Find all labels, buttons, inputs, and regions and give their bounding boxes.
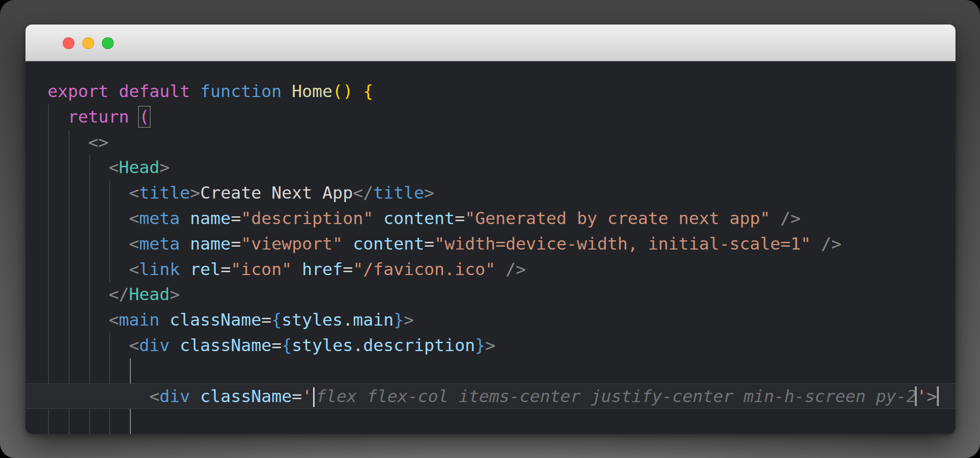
code-token — [48, 208, 129, 228]
code-token: = — [271, 335, 282, 355]
close-button[interactable] — [63, 37, 74, 49]
code-token: . — [353, 335, 363, 355]
code-token: { — [353, 81, 373, 101]
code-token: < — [129, 259, 139, 279]
code-token: div — [139, 335, 180, 355]
minimize-button[interactable] — [82, 37, 94, 49]
code-token: { — [282, 335, 292, 355]
code-token — [48, 284, 109, 304]
code-token: < — [109, 310, 119, 330]
code-token: Head — [119, 157, 159, 177]
code-token: styles — [292, 335, 353, 355]
code-token: < — [129, 335, 139, 355]
code-token: "Generated by create next app" — [465, 208, 770, 228]
code-line: <main className={styles.main}> — [25, 307, 956, 333]
code-token: /> — [811, 234, 841, 254]
code-token — [292, 259, 302, 279]
code-token: = — [231, 234, 241, 254]
code-token: </ — [109, 284, 129, 304]
code-token: > — [190, 183, 200, 203]
code-token — [373, 208, 384, 228]
code-token: meta — [139, 208, 190, 228]
code-token: /> — [770, 208, 801, 228]
code-token: > — [927, 386, 937, 406]
code-line: <> — [25, 130, 956, 155]
code-token: "width=device-width, initial-scale=1" — [434, 234, 811, 254]
code-line: <meta name="viewport" content="width=dev… — [25, 231, 956, 257]
code-line: return ( — [25, 104, 956, 130]
code-token — [48, 157, 109, 177]
code-token: ( — [139, 107, 149, 127]
code-token: Home — [292, 81, 333, 101]
code-token: rel — [190, 259, 220, 279]
code-token: < — [129, 208, 139, 228]
code-line — [25, 358, 956, 384]
code-token: ' — [302, 386, 312, 406]
code-token: link — [139, 259, 190, 279]
code-token: > — [404, 310, 414, 330]
zoom-button[interactable] — [102, 37, 114, 49]
code-line — [25, 409, 956, 434]
code-token: = — [292, 386, 302, 406]
code-token: "description" — [241, 208, 373, 228]
code-token: name — [190, 234, 231, 254]
code-token — [48, 183, 129, 203]
code-token: } — [393, 310, 404, 330]
code-token: = — [220, 259, 231, 279]
code-token: < — [149, 386, 160, 406]
code-token: meta — [139, 234, 190, 254]
code-lines: export default function Home() { return … — [25, 79, 956, 434]
code-token: > — [485, 335, 495, 355]
code-token — [48, 132, 88, 152]
code-token: "/favicon.ico" — [353, 259, 495, 279]
code-token: = — [261, 310, 271, 330]
editor-area[interactable]: export default function Home() { return … — [25, 61, 956, 434]
code-line: <div className={styles.description}> — [25, 333, 956, 358]
code-token: function — [200, 81, 292, 101]
title-bar[interactable] — [25, 25, 956, 61]
code-line: <Head> — [25, 155, 956, 180]
code-token: { — [271, 310, 282, 330]
code-token: = — [231, 208, 241, 228]
code-token: default — [119, 81, 200, 101]
code-token — [48, 335, 129, 355]
code-token: = — [424, 234, 435, 254]
code-token: content — [384, 208, 455, 228]
code-token: } — [475, 335, 485, 355]
code-token: ' — [917, 386, 927, 406]
code-token: content — [353, 234, 424, 254]
code-token: < — [129, 183, 139, 203]
code-token: href — [302, 259, 343, 279]
code-editor-window: export default function Home() { return … — [25, 25, 956, 434]
code-token — [48, 310, 109, 330]
code-token: div — [160, 386, 200, 406]
code-token: return — [68, 107, 139, 127]
code-token: </ — [353, 183, 373, 203]
code-token: export — [48, 81, 119, 101]
code-token — [48, 107, 68, 127]
code-line: <title>Create Next App</title> — [25, 180, 956, 206]
code-token: < — [129, 234, 139, 254]
code-token — [48, 386, 149, 406]
code-token: > — [160, 157, 170, 177]
code-token: > — [170, 284, 180, 304]
code-token: className — [200, 386, 292, 406]
code-line: </Head> — [25, 282, 956, 307]
code-line: <meta name="description" content="Genera… — [25, 206, 956, 231]
code-line: <link rel="icon" href="/favicon.ico" /> — [25, 257, 956, 282]
code-token: = — [455, 208, 465, 228]
code-token: /> — [495, 259, 526, 279]
code-token: Create Next App — [200, 183, 353, 203]
code-token: main — [119, 310, 170, 330]
inline-suggestion-text: flex flex-col items-center justify-cente… — [316, 386, 916, 406]
code-token: < — [109, 157, 119, 177]
code-token: <> — [88, 132, 109, 152]
code-token: "viewport" — [241, 234, 343, 254]
code-token — [48, 259, 129, 279]
code-token — [343, 234, 353, 254]
code-token: styles — [282, 310, 343, 330]
text-cursor — [313, 387, 315, 407]
code-token: > — [424, 183, 435, 203]
code-token: className — [170, 310, 261, 330]
code-token: . — [343, 310, 353, 330]
